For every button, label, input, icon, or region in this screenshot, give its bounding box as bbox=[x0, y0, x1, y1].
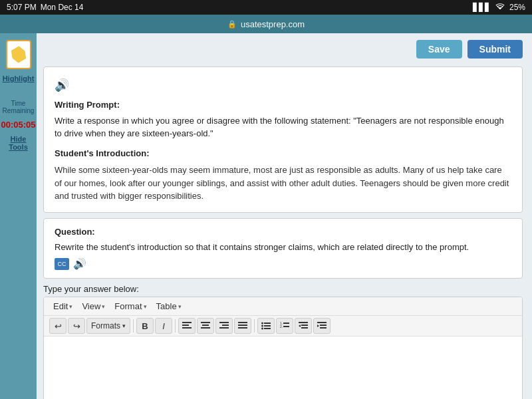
save-button[interactable]: Save bbox=[416, 40, 462, 59]
undo-button[interactable]: ↩ bbox=[49, 318, 66, 334]
svg-rect-17 bbox=[264, 328, 271, 329]
prompt-card: 🔊 Writing Prompt: Write a response in wh… bbox=[43, 66, 523, 213]
separator-2 bbox=[175, 319, 176, 332]
svg-rect-28 bbox=[320, 327, 327, 329]
editor-menubar: Edit ▾ View ▾ Format ▾ Table ▾ bbox=[44, 297, 522, 316]
action-bar: Save Submit bbox=[43, 40, 523, 59]
svg-rect-0 bbox=[182, 322, 192, 323]
sidebar: Highlight Time Remaining 00:05:05 Hide T… bbox=[0, 33, 37, 399]
introduction-text: While some sixteen-year-olds may seem im… bbox=[55, 164, 511, 203]
edit-chevron: ▾ bbox=[69, 303, 72, 310]
question-text: Rewrite the student's introduction so th… bbox=[55, 241, 511, 254]
formats-chevron: ▾ bbox=[122, 323, 126, 329]
svg-rect-15 bbox=[264, 325, 271, 327]
svg-rect-11 bbox=[238, 327, 247, 329]
outdent-button[interactable] bbox=[295, 318, 312, 334]
question-label: Question: bbox=[55, 227, 511, 237]
table-chevron: ▾ bbox=[178, 303, 182, 310]
submit-button[interactable]: Submit bbox=[467, 40, 523, 59]
svg-rect-7 bbox=[222, 325, 229, 326]
svg-rect-1 bbox=[182, 325, 189, 326]
date: Mon Dec 14 bbox=[41, 3, 84, 12]
indent-button[interactable] bbox=[313, 318, 331, 334]
question-section: Question: Rewrite the student's introduc… bbox=[43, 218, 523, 279]
introduction-label: Student's Introduction: bbox=[55, 147, 511, 160]
prompt-text: Write a response in which you agree or d… bbox=[55, 114, 511, 140]
format-menu[interactable]: Format ▾ bbox=[110, 300, 150, 313]
svg-rect-13 bbox=[264, 323, 271, 324]
table-menu[interactable]: Table ▾ bbox=[152, 300, 186, 313]
align-right-button[interactable] bbox=[215, 318, 233, 334]
question-icons: CC 🔊 bbox=[55, 257, 511, 270]
lock-icon: 🔒 bbox=[227, 20, 237, 29]
signal-icon: ▋▋▋ bbox=[473, 3, 491, 12]
svg-rect-21 bbox=[283, 326, 289, 327]
svg-rect-24 bbox=[301, 327, 308, 329]
editor-toolbar: ↩ ↪ Formats ▾ B I bbox=[44, 316, 522, 336]
hide-tools-label[interactable]: Hide Tools bbox=[0, 135, 37, 151]
align-justify-button[interactable] bbox=[234, 318, 251, 334]
view-menu[interactable]: View ▾ bbox=[78, 300, 109, 313]
wifi-icon bbox=[495, 3, 505, 13]
svg-rect-6 bbox=[219, 322, 229, 323]
bullet-list-button[interactable] bbox=[257, 318, 275, 334]
highlight-icon bbox=[8, 45, 28, 65]
main-layout: Highlight Time Remaining 00:05:05 Hide T… bbox=[0, 33, 532, 399]
redo-button[interactable]: ↪ bbox=[68, 318, 85, 334]
separator-1 bbox=[133, 319, 134, 332]
editor-container: Edit ▾ View ▾ Format ▾ Table ▾ bbox=[43, 297, 523, 399]
svg-rect-23 bbox=[301, 325, 308, 326]
time-remaining-label: Time Remaining bbox=[0, 100, 37, 114]
view-chevron: ▾ bbox=[102, 303, 105, 310]
bold-button[interactable]: B bbox=[136, 318, 154, 334]
prompt-audio-button[interactable]: 🔊 bbox=[55, 76, 511, 94]
status-bar: 5:07 PM Mon Dec 14 ▋▋▋ 25% bbox=[0, 0, 532, 15]
answer-area: Type your answer below: Edit ▾ View ▾ Fo… bbox=[43, 284, 523, 399]
timer-display: 00:05:05 bbox=[1, 120, 35, 130]
align-left-button[interactable] bbox=[178, 318, 196, 334]
svg-rect-9 bbox=[238, 322, 247, 323]
time: 5:07 PM bbox=[7, 3, 37, 12]
svg-marker-29 bbox=[317, 325, 319, 327]
svg-rect-3 bbox=[201, 322, 210, 323]
battery-text: 25% bbox=[509, 3, 525, 12]
svg-rect-2 bbox=[182, 327, 192, 329]
edit-menu[interactable]: Edit ▾ bbox=[49, 300, 76, 313]
url-bar: 🔒 usatestprep.com bbox=[0, 15, 532, 33]
svg-rect-26 bbox=[317, 322, 327, 323]
svg-marker-25 bbox=[299, 325, 301, 327]
svg-point-14 bbox=[261, 325, 263, 327]
cc-icon[interactable]: CC bbox=[55, 258, 69, 270]
highlight-tool[interactable] bbox=[6, 40, 31, 69]
svg-point-16 bbox=[261, 328, 263, 330]
url-text: usatestprep.com bbox=[241, 19, 305, 29]
content-area: Save Submit 🔊 Writing Prompt: Write a re… bbox=[37, 33, 532, 399]
svg-rect-4 bbox=[202, 325, 209, 326]
writing-prompt-label: Writing Prompt: bbox=[55, 98, 511, 112]
svg-rect-5 bbox=[201, 327, 210, 329]
italic-button[interactable]: I bbox=[155, 318, 172, 334]
align-center-button[interactable] bbox=[197, 318, 214, 334]
separator-3 bbox=[254, 319, 255, 332]
svg-rect-27 bbox=[320, 325, 327, 326]
svg-rect-8 bbox=[219, 327, 229, 329]
editor-body[interactable] bbox=[44, 336, 522, 399]
format-chevron: ▾ bbox=[144, 303, 147, 310]
svg-rect-19 bbox=[283, 323, 289, 324]
svg-rect-22 bbox=[299, 322, 308, 323]
svg-text:2.: 2. bbox=[280, 325, 283, 329]
svg-point-12 bbox=[261, 323, 263, 325]
formats-dropdown[interactable]: Formats ▾ bbox=[86, 318, 130, 334]
question-audio-icon[interactable]: 🔊 bbox=[73, 257, 86, 270]
svg-rect-10 bbox=[238, 325, 247, 326]
answer-label: Type your answer below: bbox=[43, 284, 523, 294]
numbered-list-button[interactable]: 1.2. bbox=[276, 318, 293, 334]
highlight-label[interactable]: Highlight bbox=[3, 74, 35, 82]
